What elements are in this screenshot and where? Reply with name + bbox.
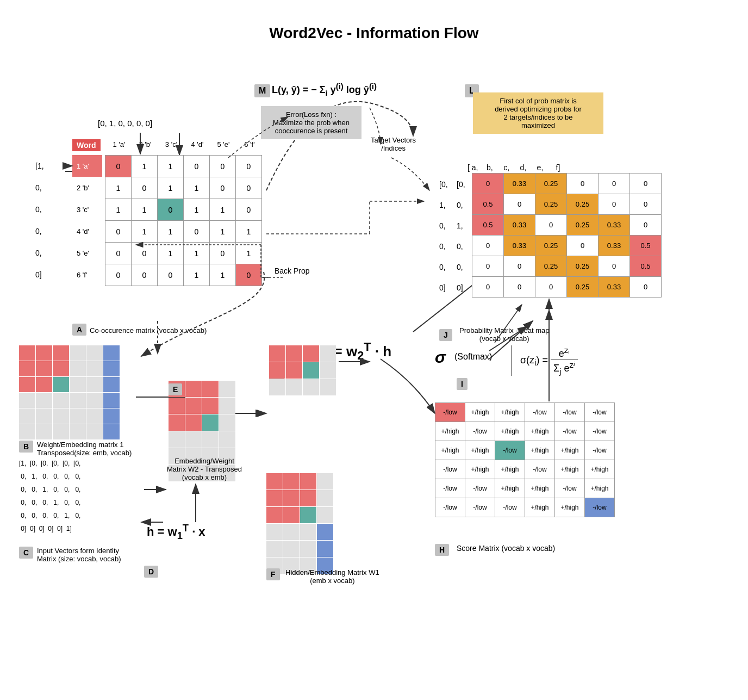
label-H: H [435,544,449,556]
softmax-label: σ [435,348,446,367]
label-J: J [439,329,452,341]
desc-B: Weight/Embedding matrix 1Transposed(size… [37,441,132,457]
weight-matrix-B-visual [19,345,120,439]
desc-J: Probability Matrix - heat map(vocab x vo… [459,326,549,343]
main-title: Word2Vec - Information Flow [0,8,748,53]
prob-col-headers: [ a, b, c, d, e, f] [467,163,560,172]
identity-matrix-C: [1, [0, [0, [0, [0, [0, 0, 1, 0, 0, 0, 0… [19,457,80,535]
softmax-text: (Softmax) [454,352,492,362]
label-A: A [72,324,86,336]
error-box: Error(Loss fxn) :Maximize the prob whenc… [261,106,361,139]
label-D: D [144,566,158,578]
desc-E: Embedding/WeightMatrix W2 - Transposed(v… [167,457,242,481]
desc-L: First col of prob matrix isderived optim… [473,92,603,134]
cooc-matrix: 011000 101100 110110 011011 001101 00011… [105,155,262,286]
cooc-col-headers: 1 'a' 2 'b' 3 'c' 4 'd' 5 'e' 6 'f' [106,140,263,148]
target-vectors-label: Target Vectors/Indices [371,136,416,152]
left-vector: [1, 0, 0, 0, 0, 0] [35,155,44,286]
prob-row-labels-left: [0, 1, 0, 0, 0, 0] [439,174,448,298]
word-label: Word [72,139,101,151]
score-matrix-H: -/low+/high+/high-/low-/low-/low +/high-… [435,402,615,517]
back-prop-label: Back Prop [275,267,310,275]
label-I: I [457,378,467,390]
prob-row-labels-right: [0, 0, 1, 0, 0, 0] [457,174,465,298]
label-B: B [19,441,33,453]
prob-matrix: 0 0.33 0.25 0 0 0 0.5 0 0.25 0.25 0 0 0.… [472,173,662,298]
desc-H: Score Matrix (vocab x vocab) [457,544,555,553]
desc-A: Co-occurence matrix (vocab x vocab) [90,326,207,334]
G-matrix-visual [269,345,336,395]
label-F: F [266,568,280,580]
F-matrix-visual [266,473,333,574]
desc-C: Input Vectors form IdentityMatrix (size:… [37,547,121,563]
h-formula: h = w1T · x [147,522,205,542]
formula-M: L(y, ŷ) = − Σi y(i) log ŷ(i) [272,82,377,97]
onehot-vector: [0, 1, 0, 0, 0, 0] [98,119,152,128]
label-C: C [19,547,33,559]
label-M: M [254,84,270,97]
label-E: E [169,383,182,395]
softmax-formula: σ(zi) = ezᵢ Σj ezʲ [511,345,578,376]
cooc-row-labels: 1 'a' 2 'b' 3 'c' 4 'd' 5 'e' 6 'f' [72,155,102,286]
desc-F: Hidden/Embedding Matrix W1(emb x vocab) [285,568,379,585]
